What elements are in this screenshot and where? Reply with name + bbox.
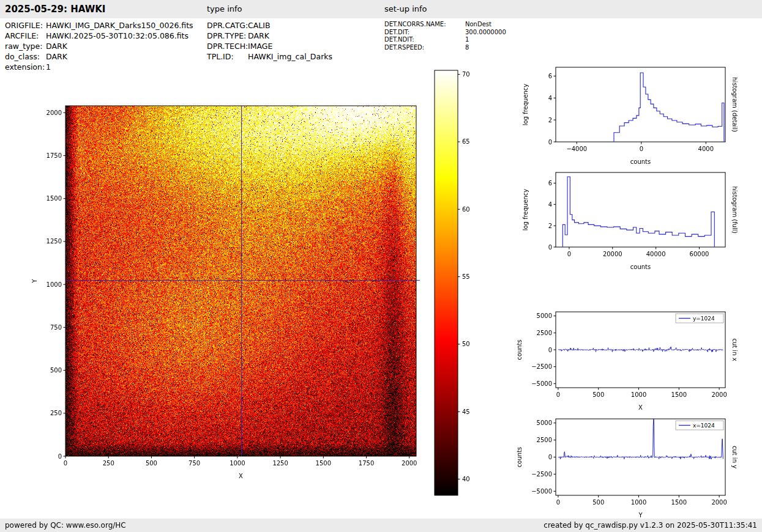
colorbar xyxy=(435,70,458,495)
y-tick-label: 250 xyxy=(50,410,62,416)
colorbar-tick-label: 60 xyxy=(462,206,470,213)
right-axis-label: histogram (full) xyxy=(731,186,738,233)
y-tick-label: 4 xyxy=(548,201,552,208)
detector-image xyxy=(65,106,416,456)
x-tick-label: 2000 xyxy=(402,460,417,467)
y-tick-label: 2500 xyxy=(537,437,552,443)
y-tick-label: 1000 xyxy=(47,281,62,288)
metadata-value: IMAGE xyxy=(248,42,272,51)
metadata-value: DARK xyxy=(248,31,269,40)
type-info-heading: type info xyxy=(207,0,242,18)
y-tick-label: 6 xyxy=(548,180,552,187)
x-tick-label: 0 xyxy=(640,146,643,152)
x-tick-label: 750 xyxy=(189,460,200,467)
y-tick-label: 2 xyxy=(548,223,552,229)
y-tick-label: 2500 xyxy=(537,330,552,336)
y-tick-label: 0 xyxy=(58,453,62,460)
y-tick-label: 0 xyxy=(548,347,552,353)
metadata-row: do_class:DARK xyxy=(5,51,193,62)
colorbar-tick-label: 45 xyxy=(462,408,470,415)
x-tick-label: 1000 xyxy=(631,391,646,398)
x-tick-label: 1000 xyxy=(230,460,245,467)
colorbar-tick-label: 40 xyxy=(462,476,470,482)
axes-frame xyxy=(556,172,725,247)
metadata-row: DPR.TECH:IMAGE xyxy=(207,41,332,51)
x-tick-label: 2000 xyxy=(711,499,727,506)
x-tick-label: 20000 xyxy=(603,251,622,257)
metadata-value: DARK xyxy=(46,42,67,51)
x-tick-label: 1250 xyxy=(272,460,288,467)
metadata-value: 8 xyxy=(465,44,469,51)
x-tick-label: 0 xyxy=(567,251,571,257)
x-tick-label: −4000 xyxy=(566,146,587,152)
metadata-label: extension: xyxy=(5,62,46,72)
y-tick-label: 0 xyxy=(548,139,552,146)
x-tick-label: 1000 xyxy=(631,499,646,506)
y-tick-label: 6 xyxy=(548,73,552,79)
metadata-value: DARK xyxy=(46,52,67,61)
metadata-value: CALIB xyxy=(248,21,271,30)
axes-frame xyxy=(556,419,725,495)
y-tick-label: 4 xyxy=(548,95,552,102)
metadata-row: DET.NCORRS.NAME:NonDest xyxy=(384,21,506,29)
x-tick-label: 0 xyxy=(556,391,560,398)
right-axis-label: cut in x xyxy=(731,338,738,361)
metadata-label: do_class: xyxy=(5,51,46,62)
metadata-row: raw_type:DARK xyxy=(5,41,193,51)
legend-box xyxy=(676,314,723,323)
y-tick-label: −2500 xyxy=(531,363,552,370)
x-axis-label: X xyxy=(638,404,643,411)
metadata-label: DET.RSPEED: xyxy=(384,44,465,52)
metadata-label: ARCFILE: xyxy=(5,31,46,41)
metadata-row: DET.RSPEED:8 xyxy=(384,44,506,52)
x-axis-label: X xyxy=(239,473,243,479)
header-bar: 2025-05-29: HAWKI type info set-up info xyxy=(0,0,762,18)
metadata-row: DPR.TYPE:DARK xyxy=(207,31,332,41)
metadata-label: DET.NCORRS.NAME: xyxy=(384,21,465,29)
setup-info-heading: set-up info xyxy=(384,0,427,18)
x-tick-label: 0 xyxy=(556,499,560,506)
metadata-row: DPR.CATG:CALIB xyxy=(207,20,332,31)
y-tick-label: −5000 xyxy=(531,488,552,495)
metadata-row: extension:1 xyxy=(5,62,193,72)
y-axis-label: Y xyxy=(31,279,38,284)
x-axis-label: Y xyxy=(638,512,643,519)
y-tick-label: 1500 xyxy=(47,195,62,202)
x-tick-label: 1750 xyxy=(359,460,374,467)
y-tick-label: −5000 xyxy=(531,380,552,387)
histogram-line xyxy=(562,177,714,247)
metadata-label: DET.NDIT: xyxy=(384,36,465,44)
metadata-label: ORIGFILE: xyxy=(5,20,46,31)
colorbar-tick-label: 70 xyxy=(462,71,470,78)
metadata-label: TPL.ID: xyxy=(207,51,248,62)
metadata-value: HAWKI_img_cal_Darks xyxy=(248,52,332,61)
y-axis-label: counts xyxy=(516,447,523,467)
x-tick-label: 1500 xyxy=(671,391,687,398)
x-tick-label: 500 xyxy=(592,499,604,506)
x-tick-label: 250 xyxy=(103,460,114,467)
axes-frame xyxy=(556,67,725,142)
x-tick-label: 500 xyxy=(592,391,604,398)
footer-created-by: created by qc_rawdisp.py v1.2.3 on 2025-… xyxy=(543,519,757,532)
y-tick-label: 1750 xyxy=(47,152,62,159)
y-axis-label: log frequency xyxy=(522,84,529,126)
metadata-label: DPR.CATG: xyxy=(207,20,248,31)
x-tick-label: 60000 xyxy=(690,251,709,257)
histogram-line xyxy=(614,73,724,142)
x-tick-label: 1500 xyxy=(316,460,331,467)
metadata-value: NonDest xyxy=(465,21,491,28)
metadata-label: DET.DIT: xyxy=(384,29,465,37)
cut-line xyxy=(558,347,723,352)
legend-box xyxy=(676,421,723,430)
y-tick-label: 5000 xyxy=(537,419,552,426)
colorbar-tick-label: 55 xyxy=(462,273,470,280)
metadata-value: HAWKI_IMG_DARK_Darks150_0026.fits xyxy=(46,21,193,30)
x-axis-label: counts xyxy=(630,264,651,270)
x-tick-label: 0 xyxy=(64,460,67,467)
y-tick-label: 750 xyxy=(50,324,62,331)
metadata-row: DET.NDIT:1 xyxy=(384,36,506,44)
y-tick-label: 2 xyxy=(548,117,552,124)
y-axis-label: log frequency xyxy=(522,189,529,231)
y-axis-label: counts xyxy=(516,339,523,360)
y-tick-label: 500 xyxy=(50,367,62,374)
